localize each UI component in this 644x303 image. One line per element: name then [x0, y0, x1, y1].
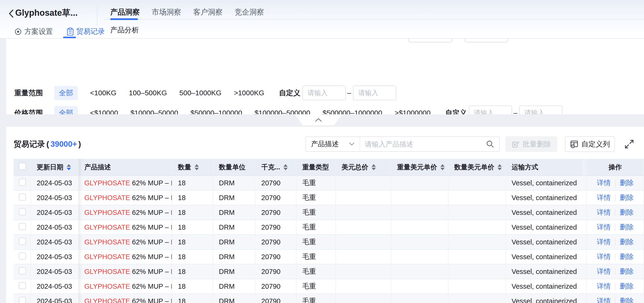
- cell-usd-total: [336, 279, 391, 294]
- delete-link[interactable]: 删除: [620, 282, 634, 291]
- cell-actions: 详情 删除: [587, 176, 644, 190]
- row-checkbox[interactable]: [19, 282, 26, 289]
- cell-weight-type: 毛重: [296, 220, 336, 235]
- sort-update-date[interactable]: [67, 164, 71, 170]
- row-checkbox[interactable]: [19, 179, 26, 186]
- cell-usd-per-qty: [448, 264, 506, 279]
- records-count: 39000+: [50, 140, 77, 149]
- cell-usd-per-weight: [391, 294, 448, 303]
- sort-usd-per-weight[interactable]: [440, 164, 445, 170]
- back-chevron-icon[interactable]: [7, 8, 16, 18]
- batch-delete-button[interactable]: 批量删除: [506, 136, 557, 152]
- select-all-checkbox[interactable]: [19, 163, 26, 170]
- cell-qty-unit: DRM: [213, 176, 256, 190]
- price-min-input[interactable]: [469, 106, 512, 114]
- price-option[interactable]: $100000–500000: [254, 109, 310, 114]
- row-checkbox[interactable]: [19, 252, 26, 260]
- sort-kg[interactable]: [284, 164, 288, 170]
- price-option[interactable]: >$1000000: [395, 109, 430, 114]
- subtab-product-analysis[interactable]: 产品分析: [110, 25, 139, 35]
- weight-option[interactable]: 100–500KG: [129, 89, 167, 97]
- row-checkbox[interactable]: [19, 267, 26, 274]
- header-update-date-label: 更新日期: [37, 163, 63, 172]
- target-icon: [14, 28, 22, 36]
- collapse-filters-button[interactable]: [295, 114, 342, 125]
- detail-link[interactable]: 详情: [597, 193, 611, 202]
- weight-range-label: 重量范围: [14, 88, 54, 98]
- cell-usd-per-weight: [391, 250, 448, 264]
- detail-link[interactable]: 详情: [597, 282, 611, 291]
- sort-qty[interactable]: [194, 164, 199, 170]
- delete-link[interactable]: 删除: [620, 208, 634, 217]
- sort-usd-total[interactable]: [372, 164, 376, 170]
- row-checkbox[interactable]: [19, 238, 26, 245]
- tab-product-insight[interactable]: 产品洞察: [110, 7, 140, 20]
- delete-link[interactable]: 删除: [620, 237, 634, 247]
- action-divider: [615, 179, 616, 186]
- tab-market-insight[interactable]: 市场洞察: [152, 7, 181, 20]
- detail-link[interactable]: 详情: [597, 178, 611, 188]
- custom-columns-button[interactable]: 自定义列: [565, 136, 615, 152]
- price-max-input[interactable]: [519, 106, 562, 114]
- cell-usd-per-weight: [391, 190, 448, 205]
- weight-min-input[interactable]: [302, 86, 346, 100]
- cell-kg: 20790: [256, 264, 296, 279]
- row-checkbox[interactable]: [19, 208, 26, 215]
- cell-kg: 20790: [256, 235, 296, 250]
- tab-competitor-insight[interactable]: 竞企洞察: [234, 7, 264, 20]
- search-icon[interactable]: [486, 140, 494, 148]
- delete-link[interactable]: 删除: [620, 296, 634, 303]
- price-option-all[interactable]: 全部: [54, 106, 78, 114]
- cell-usd-total: [336, 294, 391, 303]
- desc-keyword-highlight: GLYPHOSATE: [84, 238, 130, 246]
- price-option[interactable]: $10000–50000: [130, 109, 178, 114]
- cell-qty-unit: DRM: [213, 279, 256, 294]
- header-transport-label: 运输方式: [512, 163, 538, 172]
- delete-link[interactable]: 删除: [620, 222, 634, 232]
- batch-delete-label: 批量删除: [522, 139, 551, 149]
- cell-usd-per-qty: [448, 190, 506, 205]
- tab-customer-insight[interactable]: 客户洞察: [193, 7, 223, 20]
- row-checkbox[interactable]: [19, 223, 26, 230]
- price-option[interactable]: <$10000: [90, 109, 118, 114]
- price-option[interactable]: $500000–1000000: [322, 109, 382, 114]
- filter-panel: 重量范围 全部 <100KG100–500KG500–1000KG>1000KG…: [6, 38, 644, 114]
- tab-track-line: [104, 19, 644, 20]
- weight-max-input[interactable]: [353, 86, 396, 100]
- detail-link[interactable]: 详情: [597, 296, 611, 303]
- detail-link[interactable]: 详情: [597, 267, 611, 276]
- weight-option[interactable]: >1000KG: [234, 89, 264, 97]
- cell-transport: Vessel, containerized: [506, 250, 587, 264]
- nav-item-scheme-settings[interactable]: 方案设置: [14, 27, 53, 36]
- nav-item-trade-records[interactable]: 贸易记录: [67, 27, 105, 36]
- detail-link[interactable]: 详情: [597, 222, 611, 232]
- search-field-select[interactable]: 产品描述: [306, 137, 360, 151]
- fullscreen-icon[interactable]: [624, 138, 635, 150]
- header-usd-total-label: 美元总价: [342, 163, 368, 172]
- delete-link[interactable]: 删除: [620, 193, 634, 202]
- cell-weight-type: 毛重: [296, 205, 336, 220]
- row-checkbox[interactable]: [19, 297, 26, 303]
- delete-link[interactable]: 删除: [620, 252, 634, 262]
- row-checkbox[interactable]: [19, 194, 26, 200]
- table-row: 2024-05-03 GLYPHOSATE 62% MUP – I... 18 …: [14, 279, 644, 294]
- delete-link[interactable]: 删除: [620, 267, 634, 276]
- detail-link[interactable]: 详情: [597, 208, 611, 217]
- detail-link[interactable]: 详情: [597, 252, 611, 262]
- header-usd-per-weight: 重量美元单价: [391, 159, 448, 176]
- cell-qty: 18: [172, 176, 213, 190]
- delete-link[interactable]: 删除: [620, 178, 634, 188]
- clipped-input-1[interactable]: [408, 38, 452, 42]
- weight-option-all[interactable]: 全部: [54, 86, 78, 100]
- cell-qty: 18: [172, 264, 213, 279]
- price-option[interactable]: $50000–100000: [190, 109, 242, 114]
- weight-option[interactable]: 500–1000KG: [179, 89, 222, 97]
- detail-link[interactable]: 详情: [597, 237, 611, 247]
- clipped-input-2[interactable]: [465, 38, 508, 42]
- search-input[interactable]: [365, 140, 483, 148]
- action-divider: [615, 209, 616, 216]
- sort-usd-per-qty[interactable]: [498, 164, 502, 170]
- desc-keyword-highlight: GLYPHOSATE: [84, 179, 130, 187]
- cell-kg: 20790: [256, 205, 296, 220]
- weight-option[interactable]: <100KG: [90, 89, 116, 97]
